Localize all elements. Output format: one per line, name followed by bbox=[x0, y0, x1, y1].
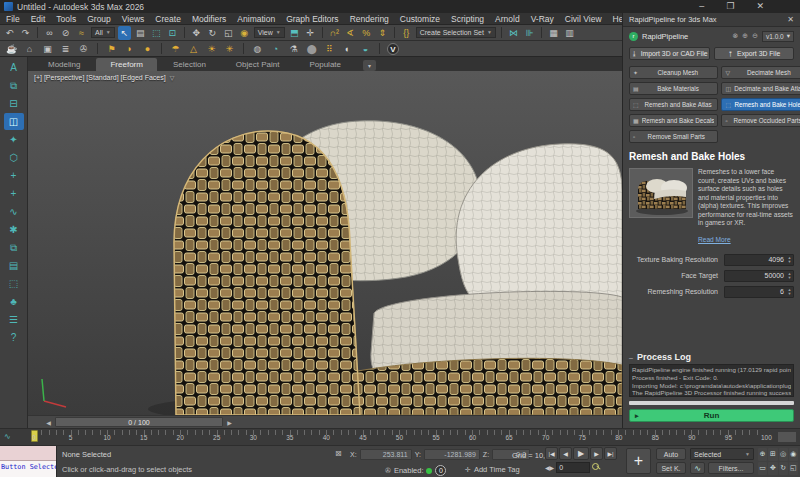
menu-item[interactable]: Tools bbox=[56, 14, 76, 24]
settings-icon[interactable]: ⊗ bbox=[732, 32, 738, 40]
add-time-tag[interactable]: ✛ Add Time Tag bbox=[465, 465, 520, 474]
layer-manager-icon[interactable]: ▦ bbox=[547, 26, 560, 40]
rendered-image-icon[interactable]: ▣ bbox=[41, 42, 54, 56]
export-3d-button[interactable]: ⭱ Export 3D File bbox=[714, 47, 795, 60]
viewport-label[interactable]: [+] [Perspective] [Standard] [Edged Face… bbox=[34, 74, 166, 81]
light-explorer-icon[interactable]: ✦ bbox=[4, 131, 24, 148]
spinner-snap-toggle-icon[interactable]: ⇕ bbox=[376, 26, 389, 40]
run-button[interactable]: ▸ Run bbox=[629, 409, 794, 422]
window-crossing-icon[interactable]: ⊡ bbox=[166, 26, 179, 40]
menu-item[interactable]: Views bbox=[122, 14, 145, 24]
numeric-input[interactable]: 6 ▲▼ bbox=[724, 286, 794, 298]
create-selection-set-dropdown[interactable]: Create Selection Set▼ bbox=[416, 27, 496, 38]
spinner-arrows[interactable]: ▲▼ bbox=[786, 288, 793, 295]
skylight-icon[interactable]: ✳ bbox=[223, 42, 236, 56]
remove-small-parts-button[interactable]: ▫ Remove Small Parts bbox=[629, 130, 718, 143]
import-3d-button[interactable]: ⭳ Import 3D or CAD File bbox=[629, 47, 710, 60]
add-workspace-button[interactable]: + bbox=[626, 448, 651, 474]
viewport-layout-tabs-icon[interactable]: ◫ bbox=[4, 113, 24, 130]
undo-icon[interactable]: ↶ bbox=[3, 26, 16, 40]
camera-sequencer-icon[interactable]: ✇ bbox=[77, 42, 90, 56]
decimate-mesh-button[interactable]: ▽ Decimate Mesh bbox=[721, 66, 800, 79]
maximize-button[interactable]: ❐ bbox=[726, 0, 734, 13]
key-filters-selected-dropdown[interactable]: Selected ▼ bbox=[690, 448, 754, 460]
render-production-icon[interactable]: ⚑ bbox=[105, 42, 118, 56]
ribbon-tab[interactable]: Freeform bbox=[96, 58, 156, 71]
remesh-and-bake-atlas-button[interactable]: ⬚ Remesh and Bake Atlas bbox=[629, 98, 718, 111]
go-to-end-button[interactable]: ▶| bbox=[604, 447, 617, 460]
menu-item[interactable]: Customize bbox=[400, 14, 440, 24]
orbit-icon[interactable]: ↻ bbox=[779, 462, 788, 475]
version-dropdown[interactable]: v1.0.0 ▾ bbox=[762, 31, 794, 42]
environment-icon[interactable]: ◍ bbox=[251, 42, 264, 56]
key-mode-toggle-icon[interactable] bbox=[592, 463, 601, 472]
angle-snap-toggle-icon[interactable]: ∢ bbox=[344, 26, 357, 40]
asset-browser-icon[interactable]: A bbox=[4, 59, 24, 76]
minimize-button[interactable]: – bbox=[699, 0, 704, 13]
render-setup-icon[interactable]: ☕ bbox=[5, 42, 18, 56]
viewport-filter-icon[interactable]: ▽ bbox=[170, 74, 175, 81]
menu-item[interactable]: Create bbox=[155, 14, 181, 24]
menu-item[interactable]: Graph Editors bbox=[286, 14, 338, 24]
cleanup-mesh-button[interactable]: ✦ Cleanup Mesh bbox=[629, 66, 718, 79]
mirror-icon[interactable]: ⋈ bbox=[507, 26, 520, 40]
selection-lock-icon[interactable]: ⊠ bbox=[335, 449, 342, 458]
current-frame-field[interactable]: 0 bbox=[556, 462, 590, 473]
percent-snap-toggle-icon[interactable]: % bbox=[360, 26, 373, 40]
zoom-out-icon[interactable]: ⊖ bbox=[752, 32, 758, 40]
zoom-all-icon[interactable]: ⊞ bbox=[768, 448, 777, 461]
auto-key-button[interactable]: Auto bbox=[656, 448, 686, 460]
track-bar[interactable]: ∿ 05101520253035404550556065707580859095… bbox=[0, 428, 800, 445]
ribbon-more-dropdown-icon[interactable]: ▾ bbox=[363, 60, 376, 71]
bind-to-space-warp-icon[interactable]: ≈ bbox=[75, 26, 88, 40]
chamfer-presets-icon[interactable]: ◒ bbox=[359, 42, 372, 56]
scene-explorer-toolbar-icon[interactable]: ▥ bbox=[563, 26, 576, 40]
zoom-extents-icon[interactable]: ◎ bbox=[779, 448, 788, 461]
select-and-scale-icon[interactable]: ◱ bbox=[222, 26, 235, 40]
color-swatches-icon[interactable]: ⠿ bbox=[323, 42, 336, 56]
maximize-viewport-toggle-icon[interactable]: ◱ bbox=[789, 462, 798, 475]
help-icon[interactable]: ? bbox=[4, 329, 24, 346]
ajom-add-icon[interactable]: + bbox=[4, 167, 24, 184]
use-pivot-point-icon[interactable]: ⬒ bbox=[288, 26, 301, 40]
mini-curve-editor-icon[interactable]: ∿ bbox=[4, 432, 11, 441]
select-and-link-icon[interactable]: ∞ bbox=[43, 26, 56, 40]
array-icon[interactable]: ▤ bbox=[4, 257, 24, 274]
list-tools-icon[interactable]: ☰ bbox=[4, 311, 24, 328]
maxscript-mini-listener[interactable]: Button Selected bbox=[0, 446, 57, 477]
particle-view-icon[interactable]: ✱ bbox=[4, 221, 24, 238]
next-frame-button[interactable]: ▶ bbox=[590, 447, 603, 460]
vray-toolbar-icon[interactable]: V bbox=[387, 43, 399, 55]
render-last-icon[interactable]: ● bbox=[141, 42, 154, 56]
material-editor-icon[interactable]: ◔ bbox=[269, 42, 282, 56]
unlink-selection-icon[interactable]: ⊘ bbox=[59, 26, 72, 40]
ribbon-tab[interactable]: Object Paint bbox=[222, 58, 294, 71]
arnold-render-icon[interactable]: ◐ bbox=[341, 42, 354, 56]
select-by-name-icon[interactable]: ▤ bbox=[134, 26, 147, 40]
motion-paths-icon[interactable]: ∿ bbox=[4, 203, 24, 220]
next-key-icon[interactable]: ▶ bbox=[225, 419, 234, 426]
zoom-extents-all-icon[interactable]: ◉ bbox=[789, 448, 798, 461]
select-and-place-icon[interactable]: ◉ bbox=[238, 26, 251, 40]
select-and-manipulate-icon[interactable]: ✛ bbox=[304, 26, 317, 40]
listener-pane[interactable]: Button Selected bbox=[0, 461, 56, 477]
numeric-input[interactable]: 50000 ▲▼ bbox=[724, 270, 794, 282]
process-log[interactable]: RapidPipeline engine finished running (1… bbox=[629, 364, 794, 397]
render-sphere-icon[interactable]: ⬤ bbox=[305, 42, 318, 56]
remesh-and-bake-decals-button[interactable]: ▦ Remesh and Bake Decals bbox=[629, 114, 718, 127]
close-button[interactable]: ✕ bbox=[756, 0, 764, 13]
remove-occluded-parts-button[interactable]: ▫ Remove Occluded Parts bbox=[721, 114, 800, 127]
ribbon-tab[interactable]: Selection bbox=[159, 58, 220, 71]
light-cone-icon[interactable]: △ bbox=[187, 42, 200, 56]
snapshot-icon[interactable]: ⧉ bbox=[4, 239, 24, 256]
set-key-button[interactable]: Set K. bbox=[656, 462, 686, 474]
vol-add-icon[interactable]: + bbox=[4, 185, 24, 202]
select-and-rotate-icon[interactable]: ↻ bbox=[206, 26, 219, 40]
scene-explorer-icon[interactable]: ⧉ bbox=[4, 77, 24, 94]
forest-pack-icon[interactable]: ♣ bbox=[4, 293, 24, 310]
track-bar-end-button[interactable] bbox=[777, 431, 797, 443]
go-to-start-button[interactable]: |◀ bbox=[545, 447, 558, 460]
reference-coordinate-dropdown[interactable]: View▼ bbox=[254, 27, 285, 38]
proc-add-icon[interactable]: ⬡ bbox=[4, 149, 24, 166]
rectangular-selection-region-icon[interactable]: ⬚ bbox=[150, 26, 163, 40]
